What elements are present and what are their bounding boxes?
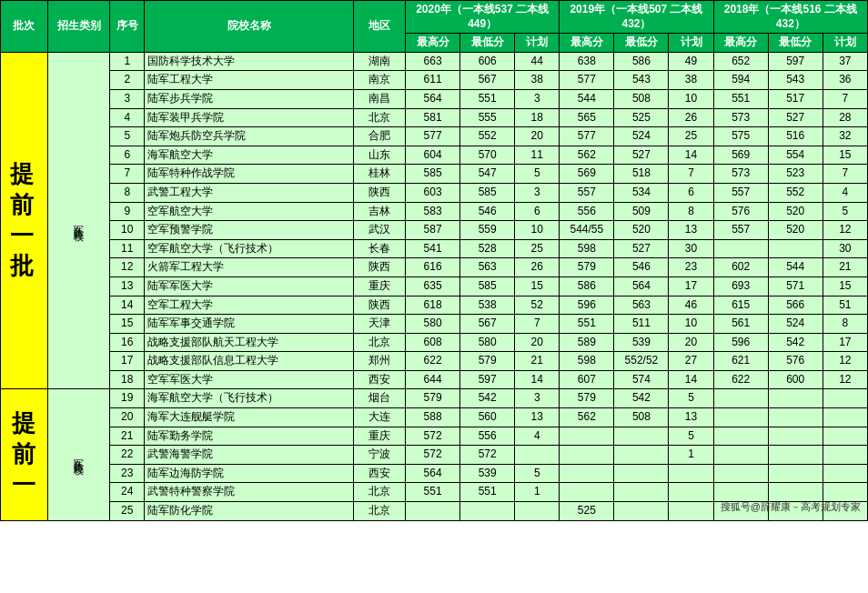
l2018-cell: 527 [768,108,823,127]
p2019-cell: 26 [669,108,713,127]
l2019-cell [614,502,669,521]
data-table: 批次 招生类别 序号 院校名称 地区 2020年（一本线537 二本线449） … [0,0,868,521]
l2019-cell: 564 [614,276,669,296]
l2020-cell: 542 [460,389,515,408]
m2020-cell: 579 [406,389,460,408]
table-row: 11空军航空大学（飞行技术）长春541528255985273030 [1,239,868,258]
col-2020-max: 最高分 [406,34,460,53]
p2019-cell: 13 [669,221,713,240]
p2018-cell: 4 [823,183,867,202]
seq-cell: 21 [110,427,145,446]
table-row: 16战略支援部队航天工程大学北京608580205895392059654217 [1,333,868,352]
p2019-cell: 17 [669,276,713,296]
l2019-cell: 574 [614,370,669,389]
m2020-cell: 663 [406,52,460,71]
l2019-cell: 542 [614,389,669,408]
l2018-cell: 566 [768,296,823,315]
category-jundui: 军队院校 [47,52,109,389]
table-row: 23陆军边海防学院西安5645395 [1,464,868,483]
col-2018-plan: 计划 [823,34,867,53]
m2020-cell: 583 [406,202,460,221]
p2020-cell: 10 [515,221,560,240]
m2019-cell: 544 [560,89,614,108]
category-jundui-2: 军队院校 [47,389,109,520]
p2019-cell: 8 [669,202,713,221]
m2019-cell: 577 [560,127,614,146]
name-cell: 陆军防化学院 [145,502,353,521]
m2018-cell [713,427,768,446]
table-row: 10空军预警学院武汉58755910544/555201355752012 [1,221,868,240]
m2019-cell: 569 [560,165,614,184]
l2019-cell: 518 [614,165,669,184]
col-year2018-header: 2018年（一本线516 二本线432） [713,1,867,34]
m2018-cell: 575 [713,127,768,146]
m2018-cell: 569 [713,146,768,165]
m2019-cell: 544/55 [560,221,614,240]
m2020-cell: 580 [406,315,460,334]
p2020-cell: 25 [515,239,560,258]
p2018-cell [823,427,867,446]
p2018-cell: 30 [823,239,867,258]
name-cell: 陆军工程大学 [145,71,353,90]
table-row: 3陆军步兵学院南昌5645513544508105515177 [1,89,868,108]
p2018-cell [823,408,867,427]
name-cell: 空军预警学院 [145,221,353,240]
m2019-cell: 525 [560,502,614,521]
region-cell: 北京 [353,502,405,521]
m2018-cell [713,408,768,427]
l2019-cell: 524 [614,127,669,146]
m2018-cell: 693 [713,276,768,296]
p2019-cell: 20 [669,333,713,352]
name-cell: 海军航空大学 [145,146,353,165]
l2018-cell [768,408,823,427]
main-table-wrapper: 批次 招生类别 序号 院校名称 地区 2020年（一本线537 二本线449） … [0,0,868,521]
seq-cell: 7 [110,165,145,184]
p2020-cell: 6 [515,202,560,221]
seq-cell: 6 [110,146,145,165]
table-row: 提前一批军队院校1国防科学技术大学湖南663606446385864965259… [1,52,868,71]
region-cell: 长春 [353,239,405,258]
p2018-cell: 28 [823,108,867,127]
p2020-cell: 5 [515,165,560,184]
region-cell: 陕西 [353,296,405,315]
p2020-cell: 20 [515,127,560,146]
m2018-cell: 573 [713,165,768,184]
region-cell: 西安 [353,464,405,483]
m2020-cell: 603 [406,183,460,202]
l2020-cell: 579 [460,352,515,371]
seq-cell: 22 [110,446,145,465]
seq-cell: 2 [110,71,145,90]
p2020-cell: 52 [515,296,560,315]
l2019-cell [614,446,669,465]
p2020-cell: 20 [515,333,560,352]
m2020-cell: 618 [406,296,460,315]
col-year2019-header: 2019年（一本线507 二本线432） [560,1,713,34]
name-cell: 陆军装甲兵学院 [145,108,353,127]
region-cell: 郑州 [353,352,405,371]
watermark: 搜狐号@辞耀康－高考规划专家 [721,500,861,514]
m2020-cell: 635 [406,276,460,296]
l2020-cell: 559 [460,221,515,240]
p2018-cell: 36 [823,71,867,90]
seq-cell: 11 [110,239,145,258]
l2018-cell [768,446,823,465]
m2020-cell: 644 [406,370,460,389]
m2018-cell: 602 [713,258,768,277]
p2020-cell: 38 [515,71,560,90]
seq-cell: 8 [110,183,145,202]
table-row: 12火箭军工程大学陕西616563265795462360254421 [1,258,868,277]
m2020-cell: 572 [406,446,460,465]
seq-cell: 20 [110,408,145,427]
seq-cell: 19 [110,389,145,408]
p2018-cell: 12 [823,221,867,240]
l2018-cell: 597 [768,52,823,71]
seq-cell: 13 [110,276,145,296]
p2019-cell: 10 [669,89,713,108]
m2019-cell: 607 [560,370,614,389]
l2018-cell: 516 [768,127,823,146]
p2020-cell [515,502,560,521]
p2018-cell: 17 [823,333,867,352]
l2020-cell: 560 [460,408,515,427]
table-row: 17战略支援部队信息工程大学郑州62257921598552/522762157… [1,352,868,371]
p2018-cell: 37 [823,52,867,71]
